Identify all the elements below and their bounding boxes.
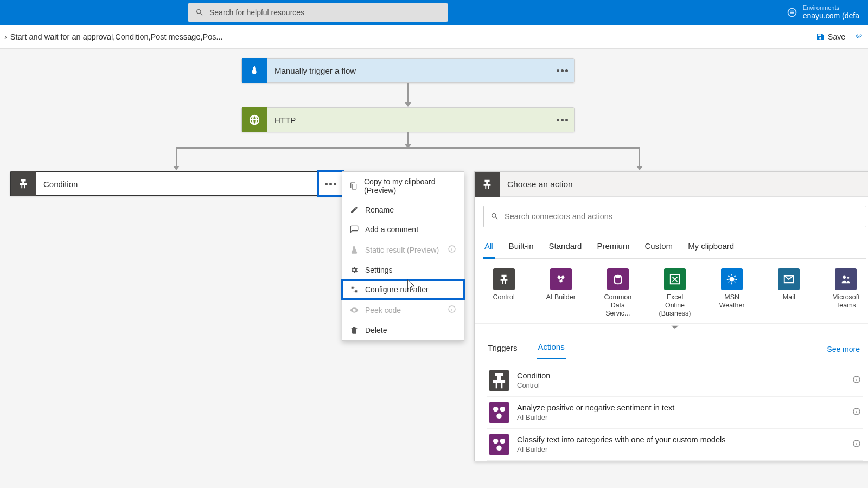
svg-point-8 <box>847 277 850 279</box>
category-tabs: All Built-in Standard Premium Custom My … <box>483 237 866 259</box>
choose-title: Choose an action <box>500 179 868 189</box>
flask-icon <box>350 246 359 254</box>
copy-icon <box>350 182 358 190</box>
svg-point-18 <box>496 446 502 451</box>
tab-standard[interactable]: Standard <box>548 237 583 258</box>
info-button[interactable] <box>852 407 861 418</box>
condition-menu-button[interactable] <box>318 172 342 196</box>
flow-arrow <box>407 132 409 147</box>
trigger-icon <box>242 58 267 83</box>
svg-point-12 <box>500 407 506 412</box>
env-value: enayu.com (defa <box>803 11 859 21</box>
connector-excel[interactable]: Excel Online (Business) <box>656 268 693 318</box>
menu-delete[interactable]: Delete <box>342 320 464 340</box>
breadcrumb: › Start and wait for an approval,Conditi… <box>4 33 223 41</box>
mouse-cursor <box>406 279 417 292</box>
trigger-menu-button[interactable] <box>550 59 574 82</box>
menu-configure-run-after[interactable]: Configure run after <box>342 280 464 299</box>
svg-point-15 <box>856 410 857 410</box>
http-icon <box>242 107 267 132</box>
svg-point-13 <box>496 414 502 419</box>
environment-icon <box>787 7 797 18</box>
environment-picker[interactable]: Environments enayu.com (defa <box>787 4 859 21</box>
comment-icon <box>350 225 359 234</box>
choose-action-panel: Choose an action Search connectors and a… <box>474 171 868 461</box>
flow-split <box>176 147 640 170</box>
connector-weather[interactable]: MSN Weather <box>714 268 750 318</box>
trigger-card[interactable]: Manually trigger a flow <box>241 58 575 83</box>
chevron-right-icon: › <box>4 33 7 41</box>
see-more-link[interactable]: See more <box>827 345 863 354</box>
svg-point-11 <box>493 407 499 412</box>
tab-all[interactable]: All <box>483 237 495 259</box>
info-icon <box>448 245 456 253</box>
eye-icon <box>350 306 359 314</box>
connector-search[interactable]: Search connectors and actions <box>483 206 866 227</box>
tab-custom[interactable]: Custom <box>643 237 674 258</box>
save-icon <box>816 33 825 41</box>
connector-cds[interactable]: Common Data Servic... <box>599 268 636 318</box>
save-button[interactable]: Save <box>816 33 845 41</box>
connector-ai-builder[interactable]: AI Builder <box>542 268 579 318</box>
svg-point-5 <box>614 275 621 278</box>
svg-point-20 <box>856 442 857 442</box>
http-card[interactable]: HTTP <box>241 107 575 132</box>
tab-actions[interactable]: Actions <box>537 339 565 359</box>
gear-icon <box>350 266 359 274</box>
connector-search-placeholder: Search connectors and actions <box>505 212 612 221</box>
svg-point-4 <box>559 280 563 283</box>
svg-point-6 <box>730 277 735 281</box>
menu-copy[interactable]: Copy to my clipboard (Preview) <box>342 172 464 200</box>
edit-icon <box>350 206 359 214</box>
flow-icon <box>350 285 359 294</box>
connector-teams[interactable]: Microsoft Teams <box>828 268 864 318</box>
search-icon <box>490 212 499 221</box>
choose-icon <box>475 172 500 197</box>
connector-grid: Control AI Builder Common Data Servic...… <box>483 259 866 323</box>
http-menu-button[interactable] <box>550 108 574 132</box>
condition-card[interactable]: Condition <box>10 171 343 196</box>
trash-icon <box>350 326 359 335</box>
context-menu: Copy to my clipboard (Preview) Rename Ad… <box>342 171 464 341</box>
action-sentiment[interactable]: Analyze positive or negative sentiment i… <box>487 397 863 429</box>
global-search[interactable]: Search for helpful resources <box>188 3 448 22</box>
stethoscope-icon <box>855 33 864 41</box>
condition-icon <box>11 171 36 196</box>
search-placeholder: Search for helpful resources <box>209 8 304 17</box>
http-title: HTTP <box>267 115 550 125</box>
chevron-down-icon <box>671 325 679 330</box>
menu-comment[interactable]: Add a comment <box>342 220 464 239</box>
menu-settings[interactable]: Settings <box>342 260 464 280</box>
tab-premium[interactable]: Premium <box>596 237 630 258</box>
action-classify[interactable]: Classify text into categories with one o… <box>487 429 863 461</box>
search-icon <box>195 8 204 17</box>
tab-triggers[interactable]: Triggers <box>487 340 518 359</box>
connector-mail[interactable]: Mail <box>771 268 807 318</box>
menu-static-result: Static result (Preview) <box>342 239 464 260</box>
trigger-title: Manually trigger a flow <box>267 66 550 75</box>
condition-title: Condition <box>36 179 318 189</box>
env-label: Environments <box>803 4 859 11</box>
flow-arrow <box>407 83 409 106</box>
tab-builtin[interactable]: Built-in <box>508 237 535 258</box>
connector-control[interactable]: Control <box>486 268 522 318</box>
tab-clipboard[interactable]: My clipboard <box>687 237 735 258</box>
svg-point-10 <box>856 378 857 378</box>
svg-point-17 <box>500 439 506 444</box>
expand-connectors[interactable] <box>475 323 868 331</box>
svg-point-16 <box>493 439 499 444</box>
menu-peek-code: Peek code <box>342 299 464 320</box>
menu-rename[interactable]: Rename <box>342 200 464 220</box>
info-button[interactable] <box>852 439 861 450</box>
action-condition[interactable]: ConditionControl <box>487 365 863 397</box>
info-icon <box>448 305 456 313</box>
info-button[interactable] <box>852 375 861 386</box>
svg-point-7 <box>843 276 846 279</box>
flow-checker-button[interactable] <box>855 33 864 41</box>
